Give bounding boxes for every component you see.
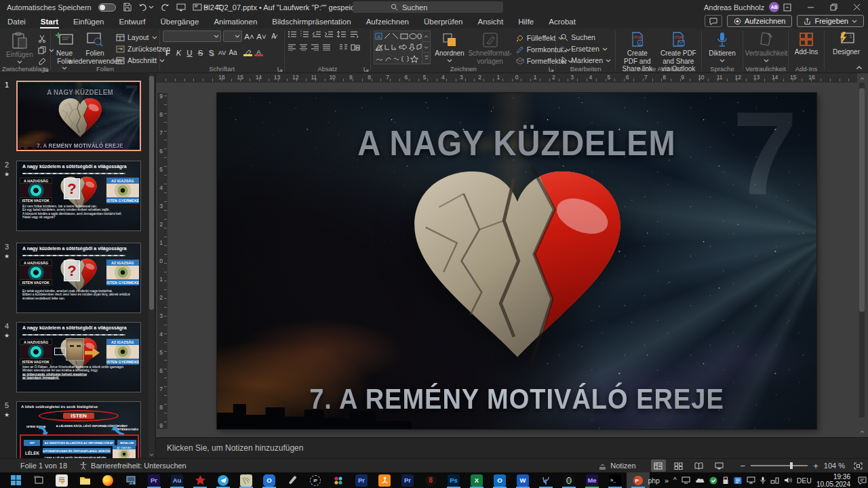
- terminal-icon[interactable]: >_: [604, 472, 627, 488]
- account-area[interactable]: Andreas Buchholz AB: [704, 0, 779, 14]
- shapes-scroll[interactable]: [422, 31, 430, 64]
- tab-einfuegen[interactable]: Einfügen: [66, 14, 111, 28]
- audition-icon[interactable]: Au: [165, 472, 189, 488]
- align-right-icon[interactable]: [311, 44, 319, 51]
- zoom-level[interactable]: 104 %: [824, 462, 845, 470]
- restore-button[interactable]: [822, 0, 845, 14]
- replace-button[interactable]: ab Ersetzen: [559, 43, 612, 54]
- clear-formatting-button[interactable]: A̷: [269, 31, 279, 41]
- remote-desktop-icon[interactable]: [119, 472, 142, 488]
- clipboard-dialog-launcher[interactable]: [43, 66, 49, 72]
- ip-tool-icon[interactable]: IP: [304, 472, 327, 488]
- slide-canvas[interactable]: 7 A NAGY KÜZDELEM 7. A REMÉNY MOTIVÁLÓ E…: [217, 93, 816, 429]
- slack-like-icon[interactable]: [327, 472, 350, 488]
- arrange-button[interactable]: Anordnen: [433, 30, 466, 64]
- line-spacing-icon[interactable]: [336, 30, 347, 38]
- fit-to-window-button[interactable]: [850, 460, 865, 472]
- minimize-button[interactable]: [799, 0, 822, 14]
- zoom-slider[interactable]: [751, 465, 808, 466]
- projector-tray-icon[interactable]: [747, 476, 755, 484]
- language-indicator[interactable]: DEU: [797, 476, 812, 485]
- view-reading-button[interactable]: [692, 460, 707, 472]
- find-button[interactable]: Suchen: [559, 32, 612, 43]
- addins-button[interactable]: Add-Ins: [791, 30, 821, 58]
- thumbnail-scrollbar[interactable]: [149, 73, 155, 458]
- outlook-icon[interactable]: O: [488, 472, 511, 488]
- paragraph-dialog-launcher[interactable]: [363, 66, 369, 72]
- text-shadow-button[interactable]: S: [206, 47, 216, 58]
- quick-styles-button[interactable]: Schnellformat-vorlagen: [469, 30, 512, 66]
- drawing-dialog-launcher[interactable]: [549, 66, 554, 72]
- coral-app-icon[interactable]: [534, 472, 557, 488]
- start-presentation-icon[interactable]: [176, 3, 186, 12]
- italic-button[interactable]: K: [174, 47, 184, 58]
- decrease-indent-icon[interactable]: [312, 30, 321, 38]
- display-tray-icon[interactable]: [682, 476, 690, 484]
- onedrive-icon[interactable]: [695, 477, 705, 483]
- font-name-select[interactable]: [163, 30, 221, 42]
- view-normal-button[interactable]: [651, 460, 666, 472]
- grow-font-button[interactable]: A˄: [244, 31, 254, 41]
- clock[interactable]: 19:36 10.05.2024: [816, 473, 850, 488]
- character-spacing-button[interactable]: AV: [217, 47, 227, 58]
- powerpoint-taskbar-icon[interactable]: P: [627, 472, 650, 488]
- search-input[interactable]: Suchen: [353, 1, 503, 13]
- undo-button[interactable]: [138, 3, 154, 12]
- opera-icon[interactable]: O: [258, 472, 281, 488]
- tab-aufzeichnen[interactable]: Aufzeichnen: [359, 14, 416, 28]
- strikethrough-button[interactable]: S: [195, 47, 205, 58]
- family-tree-icon[interactable]: [373, 472, 396, 488]
- tab-bildschirmpraesentation[interactable]: Bildschirmpräsentation: [264, 14, 358, 28]
- justify-icon[interactable]: [322, 44, 331, 51]
- font-size-select[interactable]: [223, 30, 242, 42]
- paste-button[interactable]: Einfügen: [4, 30, 35, 65]
- slide-thumbnail-5[interactable]: A lélek szükségletei és azok kielégítése…: [16, 401, 141, 458]
- designer-button[interactable]: Designer: [827, 30, 865, 58]
- word-icon[interactable]: W: [511, 472, 534, 488]
- dictate-button[interactable]: Diktieren: [705, 30, 740, 64]
- microphone-tray-icon[interactable]: [760, 476, 766, 485]
- shapes-gallery[interactable]: A: [374, 30, 431, 64]
- tab-animationen[interactable]: Animationen: [206, 14, 264, 28]
- red-app-icon[interactable]: [189, 472, 212, 488]
- view-slide-sorter-button[interactable]: [671, 460, 686, 472]
- document-title[interactable]: Bl24Q2_07.pptx • Auf "Laufwerk "P:"" ges…: [203, 0, 375, 14]
- autosave-toggle[interactable]: [98, 3, 116, 12]
- slide-thumbnail-3[interactable]: A nagy küzdelem a sötétségből a világoss…: [16, 243, 141, 313]
- record-button[interactable]: Aufzeichnen: [727, 15, 793, 27]
- tray-overflow-more[interactable]: »: [665, 476, 669, 485]
- font-color-button[interactable]: A: [254, 47, 264, 58]
- usb-tray-icon[interactable]: [722, 476, 729, 485]
- blue-panel-tray-icon[interactable]: [734, 476, 742, 485]
- media-encoder-icon[interactable]: Me: [580, 472, 604, 488]
- network-tray-icon[interactable]: [770, 476, 779, 484]
- save-icon[interactable]: [123, 3, 132, 12]
- collapse-ribbon-icon[interactable]: [856, 66, 863, 70]
- tab-acrobat[interactable]: Acrobat: [541, 14, 583, 28]
- smartart-icon[interactable]: [351, 44, 360, 51]
- premiere-pro-icon[interactable]: Pr: [142, 472, 165, 488]
- notes-toggle-button[interactable]: Notizen: [598, 462, 635, 470]
- accessibility-checker[interactable]: Barrierefreiheit: Untersuchen: [79, 462, 186, 470]
- font-dialog-launcher[interactable]: [277, 66, 283, 72]
- shrink-font-button[interactable]: A˅: [256, 31, 267, 41]
- notes-pane[interactable]: Klicken Sie, um Notizen hinzuzufügen: [156, 437, 868, 458]
- photoshop-icon[interactable]: Ps: [442, 472, 465, 488]
- excel-icon[interactable]: X: [465, 472, 488, 488]
- tab-ueberpruefen[interactable]: Überprüfen: [416, 14, 471, 28]
- text-direction-icon[interactable]: [349, 30, 359, 38]
- numbering-icon[interactable]: [300, 30, 309, 38]
- firefox-icon[interactable]: [96, 472, 119, 488]
- php-label[interactable]: php: [648, 476, 660, 485]
- reuse-slides-button[interactable]: Folien wiederverwenden: [77, 30, 113, 66]
- scroll-up-arrow-icon[interactable]: [859, 75, 865, 82]
- tab-entwurf[interactable]: Entwurf: [111, 14, 153, 28]
- view-slideshow-button[interactable]: [712, 460, 727, 472]
- eight-ball-icon[interactable]: 8: [419, 472, 442, 488]
- zoom-in-button[interactable]: +: [813, 461, 818, 471]
- start-button[interactable]: [4, 472, 27, 488]
- volume-tray-icon[interactable]: [784, 476, 792, 484]
- redo-icon[interactable]: [161, 3, 170, 12]
- premiere-pro-3-icon[interactable]: Pr: [396, 472, 419, 488]
- tray-expand-icon[interactable]: ^: [673, 476, 677, 484]
